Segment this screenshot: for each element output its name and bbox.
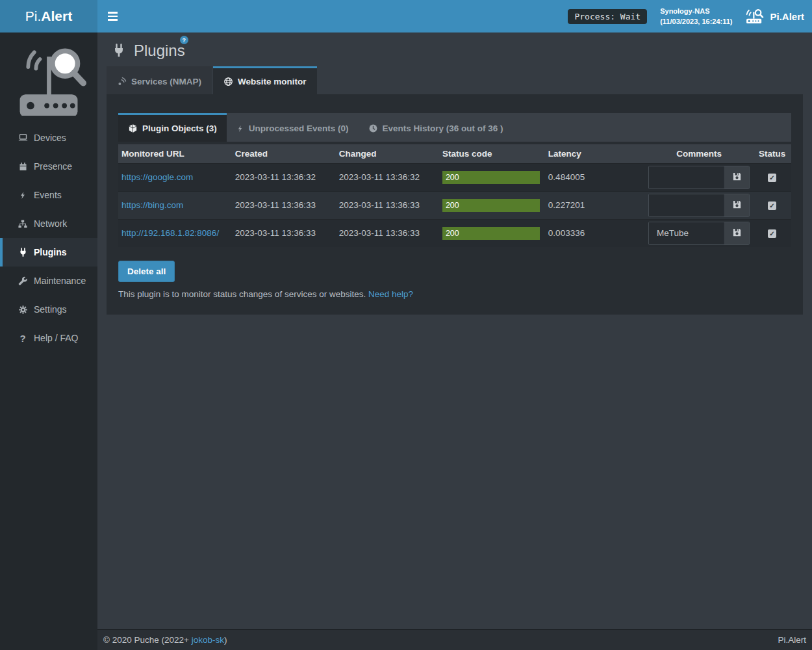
brand-logo[interactable]: Pi.Alert bbox=[0, 0, 97, 32]
plugin-tabs: Services (NMAP) Website monitor bbox=[107, 66, 803, 94]
sidebar-menu: Devices Presence Events Network Plugins bbox=[0, 124, 97, 352]
question-icon: ? bbox=[16, 333, 29, 344]
sidebar-item-plugins[interactable]: Plugins bbox=[0, 238, 97, 266]
process-status-badge: Process: Wait bbox=[568, 9, 647, 24]
status-code-bar: 200 bbox=[442, 171, 540, 184]
changed-cell: 2023-03-11 13:36:33 bbox=[336, 219, 439, 247]
router-icon bbox=[745, 8, 765, 24]
col-status: Status bbox=[753, 144, 791, 163]
sidebar: Devices Presence Events Network Plugins bbox=[0, 32, 97, 650]
table-row: https://bing.com 2023-03-11 13:36:33 202… bbox=[118, 191, 791, 219]
changed-cell: 2023-03-11 13:36:32 bbox=[336, 163, 439, 191]
footer-app-name: Pi.Alert bbox=[778, 635, 806, 645]
floppy-save-icon bbox=[732, 228, 742, 239]
footer: © 2020 Puche (2022+ jokob-sk) Pi.Alert bbox=[97, 629, 812, 650]
sidebar-item-maintenance[interactable]: Maintenance bbox=[0, 266, 97, 295]
save-comment-button[interactable] bbox=[724, 222, 749, 244]
delete-all-button[interactable]: Delete all bbox=[118, 261, 175, 282]
app-name: Pi.Alert bbox=[770, 11, 804, 22]
col-changed: Changed bbox=[336, 144, 439, 163]
table-row: https://google.com 2023-03-11 13:36:32 2… bbox=[118, 163, 791, 191]
floppy-save-icon bbox=[732, 200, 742, 211]
floppy-save-icon bbox=[732, 172, 742, 183]
status-code-bar: 200 bbox=[442, 199, 540, 212]
save-comment-button[interactable] bbox=[724, 194, 749, 216]
top-navbar: Pi.Alert Process: Wait Synology-NAS (11/… bbox=[0, 0, 812, 32]
monitored-urls-table: Monitored URL Created Changed Status cod… bbox=[118, 144, 791, 247]
device-info: Synology-NAS (11/03/2023, 16:24:11) bbox=[660, 6, 732, 27]
monitored-url-link[interactable]: https://bing.com bbox=[121, 200, 183, 210]
created-cell: 2023-03-11 13:36:32 bbox=[232, 163, 336, 191]
changed-cell: 2023-03-11 13:36:33 bbox=[336, 191, 439, 219]
sidebar-item-help-faq[interactable]: ? Help / FAQ bbox=[0, 324, 97, 352]
pialert-logo bbox=[0, 32, 97, 121]
comment-input[interactable] bbox=[649, 222, 724, 244]
sidebar-item-devices[interactable]: Devices bbox=[0, 124, 97, 152]
gear-icon bbox=[16, 305, 29, 315]
latency-cell: 0.227201 bbox=[545, 191, 645, 219]
col-status-code: Status code bbox=[439, 144, 545, 163]
need-help-link[interactable]: Need help? bbox=[368, 289, 413, 299]
sidebar-toggle-button[interactable] bbox=[97, 0, 127, 32]
table-row: http://192.168.1.82:8086/ 2023-03-11 13:… bbox=[118, 219, 791, 247]
content-area: Plugins ? Services (NMAP) Website monito… bbox=[97, 32, 812, 629]
col-latency: Latency bbox=[545, 144, 645, 163]
created-cell: 2023-03-11 13:36:33 bbox=[232, 219, 336, 247]
tab-events-history[interactable]: Events History (36 out of 36 ) bbox=[359, 113, 513, 142]
status-code-bar: 200 bbox=[442, 227, 540, 240]
plug-icon bbox=[16, 248, 29, 257]
footer-copyright: © 2020 Puche (2022+ jokob-sk) bbox=[103, 635, 227, 645]
bolt-icon bbox=[16, 190, 29, 200]
brand-prefix: Pi. bbox=[25, 8, 42, 24]
tab-services-nmap[interactable]: Services (NMAP) bbox=[107, 66, 212, 94]
comment-input[interactable] bbox=[649, 166, 724, 188]
plug-icon bbox=[112, 44, 126, 58]
monitored-url-link[interactable]: https://google.com bbox=[121, 172, 193, 182]
col-comments: Comments bbox=[645, 144, 753, 163]
tab-plugin-objects[interactable]: Plugin Objects (3) bbox=[118, 113, 227, 142]
bolt-icon bbox=[236, 124, 244, 133]
comment-input[interactable] bbox=[649, 194, 724, 216]
bars-icon bbox=[108, 12, 118, 14]
tab-website-monitor[interactable]: Website monitor bbox=[213, 66, 317, 94]
created-cell: 2023-03-11 13:36:33 bbox=[232, 191, 336, 219]
author-link[interactable]: jokob-sk bbox=[192, 635, 224, 645]
col-created: Created bbox=[232, 144, 336, 163]
save-comment-button[interactable] bbox=[724, 166, 749, 188]
website-monitor-panel: Plugin Objects (3) Unprocessed Events (0… bbox=[107, 94, 803, 315]
sitemap-icon bbox=[16, 219, 29, 229]
sidebar-item-events[interactable]: Events bbox=[0, 181, 97, 209]
brand-suffix: Alert bbox=[41, 8, 72, 24]
calendar-icon bbox=[16, 162, 29, 172]
nmap-signal-icon bbox=[117, 77, 127, 86]
monitored-url-link[interactable]: http://192.168.1.82:8086/ bbox=[121, 228, 219, 238]
status-checkbox[interactable]: ✓ bbox=[768, 174, 776, 182]
app-brand: Pi.Alert bbox=[745, 8, 804, 24]
latency-cell: 0.484005 bbox=[545, 163, 645, 191]
wrench-icon bbox=[16, 276, 29, 286]
col-monitored-url: Monitored URL bbox=[118, 144, 232, 163]
latency-cell: 0.003336 bbox=[545, 219, 645, 247]
status-checkbox[interactable]: ✓ bbox=[768, 229, 776, 238]
sidebar-item-settings[interactable]: Settings bbox=[0, 295, 97, 324]
cube-icon bbox=[128, 124, 138, 133]
device-timestamp: (11/03/2023, 16:24:11) bbox=[660, 16, 732, 27]
page-title: Plugins bbox=[112, 42, 185, 60]
tab-unprocessed-events[interactable]: Unprocessed Events (0) bbox=[227, 113, 359, 142]
table-header-row: Monitored URL Created Changed Status cod… bbox=[118, 144, 791, 163]
status-checkbox[interactable]: ✓ bbox=[768, 202, 776, 210]
plugin-data-tabs: Plugin Objects (3) Unprocessed Events (0… bbox=[118, 113, 791, 142]
plugin-description: This plugin is to monitor status changes… bbox=[118, 289, 366, 299]
clock-icon bbox=[368, 124, 378, 133]
sidebar-item-network[interactable]: Network bbox=[0, 209, 97, 238]
device-name: Synology-NAS bbox=[660, 6, 732, 17]
sidebar-item-presence[interactable]: Presence bbox=[0, 152, 97, 181]
title-help-badge[interactable]: ? bbox=[180, 36, 188, 44]
globe-icon bbox=[223, 77, 233, 86]
laptop-icon bbox=[16, 133, 29, 143]
